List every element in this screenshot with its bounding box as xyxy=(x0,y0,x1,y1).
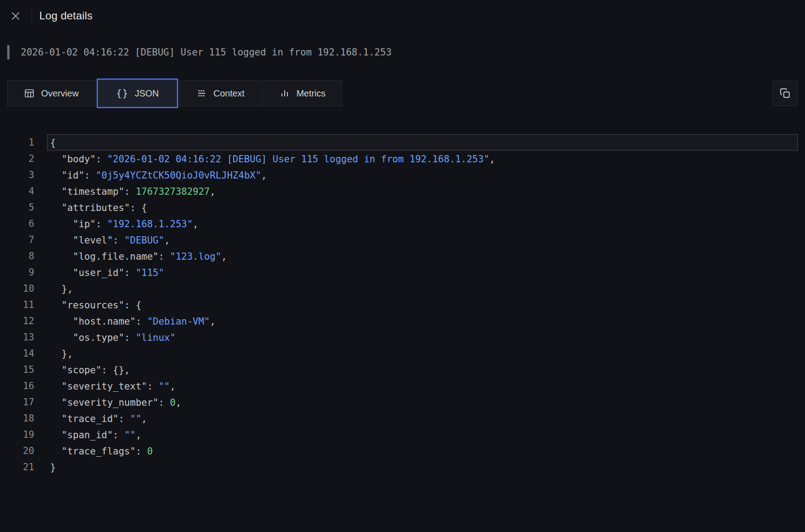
code-line: 11 "resources": { xyxy=(7,297,798,313)
code-text: "user_id": "115" xyxy=(47,264,798,280)
code-text: "trace_flags": 0 xyxy=(47,443,798,459)
line-number: 13 xyxy=(7,329,47,345)
copy-button[interactable] xyxy=(773,81,798,106)
code-line: 2 "body": "2026-01-02 04:16:22 [DEBUG] U… xyxy=(7,151,798,167)
code-line: 19 "span_id": "", xyxy=(7,427,798,443)
line-number: 21 xyxy=(7,459,47,475)
code-line: 7 "level": "DEBUG", xyxy=(7,232,798,248)
code-line: 5 "attributes": { xyxy=(7,199,798,216)
code-line: 6 "ip": "192.168.1.253", xyxy=(7,216,798,232)
code-text: "level": "DEBUG", xyxy=(47,232,798,248)
code-line: 18 "trace_id": "", xyxy=(7,410,798,427)
line-number: 4 xyxy=(7,183,47,199)
tabs-row: Overview {} JSON Context xyxy=(7,78,798,108)
code-text: "body": "2026-01-02 04:16:22 [DEBUG] Use… xyxy=(47,151,798,167)
code-text: "ip": "192.168.1.253", xyxy=(47,216,798,232)
tab-metrics[interactable]: Metrics xyxy=(263,80,342,106)
line-number: 6 xyxy=(7,216,47,232)
tab-label: Metrics xyxy=(296,88,325,99)
line-number: 14 xyxy=(7,345,47,362)
tab-context[interactable]: Context xyxy=(180,80,261,106)
code-line: 20 "trace_flags": 0 xyxy=(7,443,798,459)
code-line: 9 "user_id": "115" xyxy=(7,264,798,280)
bar-chart-icon xyxy=(279,88,290,99)
braces-icon: {} xyxy=(116,88,128,99)
code-text: }, xyxy=(47,280,798,297)
line-number: 17 xyxy=(7,394,47,410)
line-number: 9 xyxy=(7,264,47,280)
code-line: 14 }, xyxy=(7,345,798,362)
code-text: "span_id": "", xyxy=(47,427,798,443)
code-text: "os.type": "linux" xyxy=(47,329,798,345)
page-title: Log details xyxy=(39,9,93,22)
line-number: 12 xyxy=(7,313,47,329)
code-text: "resources": { xyxy=(47,297,798,313)
close-icon xyxy=(10,10,21,22)
tab-label: Overview xyxy=(41,88,79,99)
code-line: 16 "severity_text": "", xyxy=(7,378,798,394)
line-number: 11 xyxy=(7,297,47,313)
line-number: 3 xyxy=(7,167,47,183)
copy-icon xyxy=(780,88,791,99)
line-number: 19 xyxy=(7,427,47,443)
context-lines-icon xyxy=(196,88,207,99)
code-text: "host.name": "Debian-VM", xyxy=(47,313,798,329)
tabs: Overview {} JSON Context xyxy=(7,78,342,108)
code-text: "severity_number": 0, xyxy=(47,394,798,410)
code-line: 4 "timestamp": 1767327382927, xyxy=(7,183,798,199)
line-number: 15 xyxy=(7,362,47,378)
code-text: "id": "0j5y4YCZtCK50QioJ0vRLJHZ4bX", xyxy=(47,167,798,183)
code-line: 10 }, xyxy=(7,280,798,297)
header-divider xyxy=(32,9,32,23)
line-number: 7 xyxy=(7,232,47,248)
code-text: "attributes": { xyxy=(47,199,798,216)
tab-json[interactable]: {} JSON xyxy=(97,78,178,108)
code-text: "timestamp": 1767327382927, xyxy=(47,183,798,199)
line-number: 20 xyxy=(7,443,47,459)
code-line: 13 "os.type": "linux" xyxy=(7,329,798,345)
code-line: 15 "scope": {}, xyxy=(7,362,798,378)
line-number: 5 xyxy=(7,199,47,216)
code-text: "log.file.name": "123.log", xyxy=(47,248,798,264)
code-line: 12 "host.name": "Debian-VM", xyxy=(7,313,798,329)
code-line: 17 "severity_number": 0, xyxy=(7,394,798,410)
log-level-accent-bar xyxy=(7,45,9,60)
line-number: 1 xyxy=(7,134,47,151)
code-line: 3 "id": "0j5y4YCZtCK50QioJ0vRLJHZ4bX", xyxy=(7,167,798,183)
line-number: 2 xyxy=(7,151,47,167)
code-text: } xyxy=(47,459,798,475)
log-line-row: 2026-01-02 04:16:22 [DEBUG] User 115 log… xyxy=(7,45,798,60)
code-line: 21} xyxy=(7,459,798,475)
code-text: "trace_id": "", xyxy=(47,410,798,427)
tab-label: Context xyxy=(213,88,245,99)
tab-label: JSON xyxy=(135,88,159,99)
line-number: 10 xyxy=(7,280,47,297)
code-lines: 1{2 "body": "2026-01-02 04:16:22 [DEBUG]… xyxy=(7,134,798,475)
line-number: 18 xyxy=(7,410,47,427)
code-text: }, xyxy=(47,345,798,362)
code-line: 8 "log.file.name": "123.log", xyxy=(7,248,798,264)
close-button[interactable] xyxy=(6,7,24,25)
table-icon xyxy=(24,88,35,99)
json-code-viewer[interactable]: 1{2 "body": "2026-01-02 04:16:22 [DEBUG]… xyxy=(7,134,798,475)
log-line-text: 2026-01-02 04:16:22 [DEBUG] User 115 log… xyxy=(21,47,392,58)
code-text: "scope": {}, xyxy=(47,362,798,378)
line-number: 16 xyxy=(7,378,47,394)
code-text: { xyxy=(47,134,798,151)
line-number: 8 xyxy=(7,248,47,264)
tab-overview[interactable]: Overview xyxy=(7,80,95,106)
code-line: 1{ xyxy=(7,134,798,151)
header: Log details xyxy=(0,0,805,29)
code-text: "severity_text": "", xyxy=(47,378,798,394)
